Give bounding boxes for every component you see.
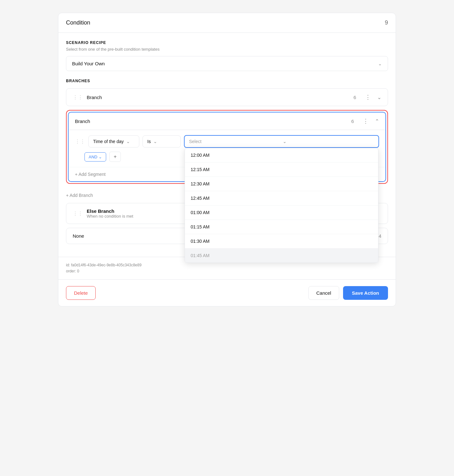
time-option-0[interactable]: 12:00 AM [185, 148, 378, 162]
branch-header-2: Branch 6 ⋮ ⌃ [69, 112, 385, 130]
chevron-down-field-icon: ⌄ [126, 139, 130, 144]
condition-row: ⋮⋮ Time of the day ⌄ Is ⌄ Select ⌄ [75, 135, 379, 148]
condition-label: Condition [66, 19, 90, 26]
and-label: AND [89, 155, 97, 159]
branch-number-1: 6 [354, 95, 356, 100]
branch-name-1: Branch [87, 95, 350, 100]
branch-menu-icon-1[interactable]: ⋮ [365, 94, 371, 101]
collapse-icon-2[interactable]: ⌃ [375, 118, 379, 124]
condition-container: ⋮⋮ Time of the day ⌄ Is ⌄ Select ⌄ [69, 130, 385, 167]
time-dropdown-menu: 12:00 AM 12:15 AM 12:30 AM 12:45 AM 01:0… [185, 148, 378, 263]
time-option-3[interactable]: 12:45 AM [185, 191, 378, 206]
and-button[interactable]: AND ⌄ [84, 152, 106, 162]
scenario-recipe-dropdown[interactable]: Build Your Own ⌄ [66, 56, 388, 71]
condition-operator-value: Is [147, 139, 151, 144]
time-option-7[interactable]: 01:45 AM [185, 249, 378, 263]
branch-number-2: 6 [351, 119, 354, 124]
condition-value-dropdown[interactable]: Select ⌄ 12:00 AM 12:15 AM 12:30 AM 12:4… [184, 135, 379, 148]
branch-name-2: Branch [75, 119, 348, 124]
time-option-1[interactable]: 12:15 AM [185, 162, 378, 177]
time-option-5[interactable]: 01:15 AM [185, 220, 378, 234]
drag-handle-else[interactable]: ⋮⋮ [73, 211, 83, 217]
condition-field-value: Time of the day [93, 139, 124, 144]
condition-value-placeholder: Select [189, 139, 280, 144]
branches-section: BRANCHES ⋮⋮ Branch 6 ⋮ ⌄ Branch 6 ⋮ ⌃ [58, 79, 396, 257]
scenario-recipe-section: SCENARIO RECIPE Select from one of the p… [58, 33, 396, 71]
red-highlight-box: Branch 6 ⋮ ⌃ ⋮⋮ Time of the day ⌄ Is [66, 110, 388, 184]
branch-item-2: Branch 6 ⋮ ⌃ ⋮⋮ Time of the day ⌄ Is [68, 112, 386, 182]
scenario-recipe-value: Build Your Own [72, 61, 105, 66]
delete-button[interactable]: Delete [66, 286, 96, 300]
condition-operator-dropdown[interactable]: Is ⌄ [143, 135, 181, 148]
add-condition-button[interactable]: + [109, 152, 121, 162]
chevron-down-value-icon: ⌄ [283, 139, 374, 144]
meta-order: order: 0 [66, 268, 388, 274]
none-number: 4 [379, 233, 381, 239]
chevron-down-operator-icon: ⌄ [153, 139, 157, 144]
save-action-button[interactable]: Save Action [343, 286, 388, 300]
condition-bar: Condition 9 [58, 13, 396, 33]
add-segment-label: + Add Segment [75, 172, 106, 177]
chevron-down-icon: ⌄ [378, 61, 382, 66]
else-branch-subtitle: When no condition is met [87, 214, 133, 219]
condition-number: 9 [385, 19, 388, 26]
add-branch-label: + Add Branch [66, 193, 93, 198]
footer-right: Cancel Save Action [308, 286, 388, 300]
else-branch-title: Else Branch [87, 208, 133, 214]
branch-header-1: ⋮⋮ Branch 6 ⋮ ⌄ [66, 89, 388, 106]
and-chevron-icon: ⌄ [99, 155, 102, 159]
time-option-2[interactable]: 12:30 AM [185, 177, 378, 191]
scenario-recipe-subtitle: Select from one of the pre-built conditi… [66, 47, 388, 52]
scenario-recipe-title: SCENARIO RECIPE [66, 40, 388, 45]
collapse-icon-1[interactable]: ⌄ [377, 94, 381, 100]
cancel-button[interactable]: Cancel [308, 286, 339, 300]
time-option-6[interactable]: 01:30 AM [185, 234, 378, 249]
time-option-4[interactable]: 01:00 AM [185, 206, 378, 220]
footer: Delete Cancel Save Action [58, 279, 396, 306]
branch-item-1: ⋮⋮ Branch 6 ⋮ ⌄ [66, 88, 388, 106]
meta-id: id: fa0d14f6-43de-49ec-9e8b-405c343c8e89 [66, 262, 388, 268]
else-branch-text: Else Branch When no condition is met [87, 208, 133, 219]
branches-title: BRANCHES [66, 79, 388, 83]
none-label: None [73, 233, 84, 239]
drag-handle-1[interactable]: ⋮⋮ [73, 94, 83, 100]
branch-menu-icon-2[interactable]: ⋮ [363, 118, 369, 125]
condition-field-dropdown[interactable]: Time of the day ⌄ [88, 135, 139, 148]
drag-handle-condition[interactable]: ⋮⋮ [75, 139, 85, 145]
